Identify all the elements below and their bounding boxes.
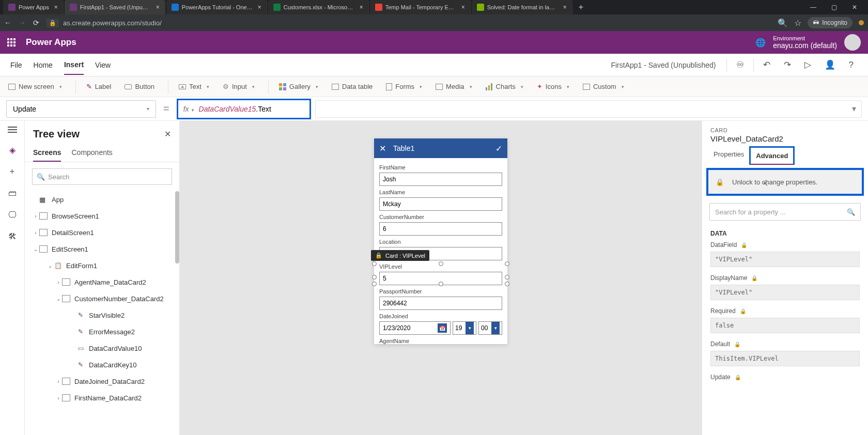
property-selector[interactable]: Update ▾ (6, 100, 156, 118)
menu-file[interactable]: File (10, 56, 22, 74)
fx-icon[interactable]: fx (183, 105, 194, 113)
resize-handle[interactable] (439, 261, 443, 266)
lastname-input[interactable]: Mckay (379, 197, 502, 211)
viplevel-card-selected[interactable]: VIPLevel 5 (379, 263, 502, 285)
browser-tab[interactable]: PowerApps Tutorial - OneDrive× (166, 0, 267, 14)
resize-handle[interactable] (505, 282, 509, 286)
browser-tab[interactable]: Temp Mail - Temporary Email× (370, 0, 471, 14)
browser-tab[interactable]: Power Apps× (3, 0, 64, 14)
incognito-badge[interactable]: 🕶 Incognito (808, 17, 853, 28)
tab-components[interactable]: Components (71, 144, 112, 162)
prop-value-required[interactable]: false (710, 318, 860, 333)
user-avatar[interactable] (844, 34, 861, 51)
tree-node[interactable]: ✎ErrorMessage2 (25, 323, 179, 340)
close-window-icon[interactable]: ✕ (844, 4, 865, 11)
menu-insert[interactable]: Insert (64, 55, 84, 75)
tree-search-input[interactable]: 🔍 Search (32, 168, 172, 185)
input-dropdown[interactable]: ⚙Input (223, 83, 255, 90)
resize-handle[interactable] (372, 275, 377, 279)
property-search-input[interactable]: Search for a property ... 🔍 (709, 203, 861, 221)
close-icon[interactable]: × (258, 4, 261, 11)
address-bar[interactable]: 🔒 as.create.powerapps.com/studio/ (47, 19, 162, 27)
resize-handle[interactable] (372, 282, 377, 286)
close-icon[interactable]: × (360, 4, 363, 11)
add-icon[interactable]: + (7, 166, 18, 177)
tree-node[interactable]: ▭DataCardValue10 (25, 340, 179, 356)
maximize-icon[interactable]: ▢ (824, 4, 844, 11)
tree-node[interactable]: ⌄📋EditForm1 (25, 257, 179, 274)
new-screen-button[interactable]: New screen (8, 83, 62, 90)
unlock-button[interactable]: 🔒 Unlock to change properties. ↖ (706, 168, 864, 196)
forward-icon[interactable]: → (19, 19, 26, 27)
label-button[interactable]: ✎Label (86, 83, 112, 90)
media-icon[interactable]: 🖵 (7, 210, 18, 220)
data-icon[interactable]: 🗃 (7, 188, 18, 198)
tab-properties[interactable]: Properties (708, 146, 749, 165)
forms-dropdown[interactable]: Forms (386, 83, 422, 90)
close-icon[interactable]: × (461, 4, 465, 11)
app-launcher-icon[interactable] (7, 38, 16, 46)
tree-node[interactable]: ✎DataCardKey10 (25, 356, 179, 373)
resize-handle[interactable] (505, 275, 509, 279)
prop-value-displayname[interactable]: "VIPLevel" (710, 285, 860, 300)
new-tab-button[interactable]: + (574, 0, 588, 14)
hamburger-icon[interactable] (7, 126, 18, 133)
minute-dropdown[interactable]: 00▾ (478, 321, 502, 335)
tree-node[interactable]: ›BrowseScreen1 (25, 208, 179, 224)
menu-view[interactable]: View (95, 56, 111, 74)
tree-node[interactable]: ›DetailScreen1 (25, 224, 179, 241)
data-table-button[interactable]: Data table (332, 83, 373, 90)
prop-value-datafield[interactable]: "VIPLevel" (710, 252, 860, 267)
scrollbar[interactable] (175, 191, 179, 263)
submit-icon[interactable]: ✓ (495, 144, 502, 153)
button-button[interactable]: Button (125, 83, 154, 90)
tree-node[interactable]: ›FirstName_DataCard2 (25, 390, 179, 406)
icons-dropdown[interactable]: ✦Icons (537, 83, 569, 90)
tree-view-icon[interactable]: ◈ (7, 145, 18, 155)
app-checker-icon[interactable]: ♾ (732, 59, 748, 70)
formula-expand[interactable]: ▾ (315, 100, 862, 118)
prop-value-default[interactable]: ThisItem.VIPLevel (710, 351, 860, 366)
tree-node[interactable]: ✎StarVisible2 (25, 307, 179, 323)
custom-dropdown[interactable]: Custom (583, 83, 624, 90)
browser-tab[interactable]: FirstApp1 - Saved (Unpublished)× (65, 0, 165, 14)
undo-icon[interactable]: ↶ (759, 59, 774, 70)
resize-handle[interactable] (505, 261, 509, 266)
browser-tab[interactable]: Solved: Date format in labels and× (472, 0, 572, 14)
firstname-input[interactable]: Josh (379, 173, 502, 186)
redo-icon[interactable]: ↷ (780, 59, 795, 70)
environment-picker[interactable]: Environment enayu.com (default) (773, 35, 837, 50)
profile-icon[interactable] (859, 20, 864, 25)
passport-input[interactable]: 2906442 (379, 297, 502, 310)
close-icon[interactable]: × (156, 4, 160, 11)
tab-advanced[interactable]: Advanced (749, 146, 795, 165)
resize-handle[interactable] (439, 282, 443, 286)
formula-input[interactable]: fx DataCardValue15.Text (177, 99, 311, 119)
back-icon[interactable]: ← (4, 19, 11, 27)
tools-icon[interactable]: 🛠 (7, 231, 18, 242)
menu-home[interactable]: Home (34, 56, 53, 74)
gallery-dropdown[interactable]: Gallery (279, 83, 318, 90)
charts-dropdown[interactable]: Charts (486, 83, 523, 90)
browser-tab[interactable]: Customers.xlsx - Microsoft Excel× (268, 0, 369, 14)
share-icon[interactable]: 👤 (820, 59, 840, 70)
calendar-icon[interactable]: 📅 (438, 323, 447, 333)
resize-handle[interactable] (372, 261, 377, 266)
tree-node-app[interactable]: ▦App (25, 191, 179, 208)
customernumber-input[interactable]: 6 (379, 222, 502, 236)
close-icon[interactable]: × (563, 4, 567, 11)
play-icon[interactable]: ▷ (800, 59, 815, 70)
tab-screens[interactable]: Screens (33, 144, 61, 162)
close-icon[interactable]: × (54, 4, 58, 11)
bookmark-icon[interactable]: ☆ (794, 18, 801, 28)
close-panel-icon[interactable]: ✕ (164, 129, 171, 139)
text-dropdown[interactable]: AText (179, 83, 209, 90)
tree-node[interactable]: ›DateJoined_DataCard2 (25, 373, 179, 390)
environment-icon[interactable]: 🌐 (755, 38, 766, 48)
canvas[interactable]: ✕ Table1 ✓ FirstName Josh LastName Mckay… (180, 121, 702, 435)
minimize-icon[interactable]: — (803, 4, 824, 11)
help-icon[interactable]: ? (845, 60, 858, 70)
tree-node[interactable]: ›AgentName_DataCard2 (25, 274, 179, 290)
cancel-icon[interactable]: ✕ (379, 144, 386, 153)
zoom-icon[interactable]: 🔍 (778, 18, 788, 28)
